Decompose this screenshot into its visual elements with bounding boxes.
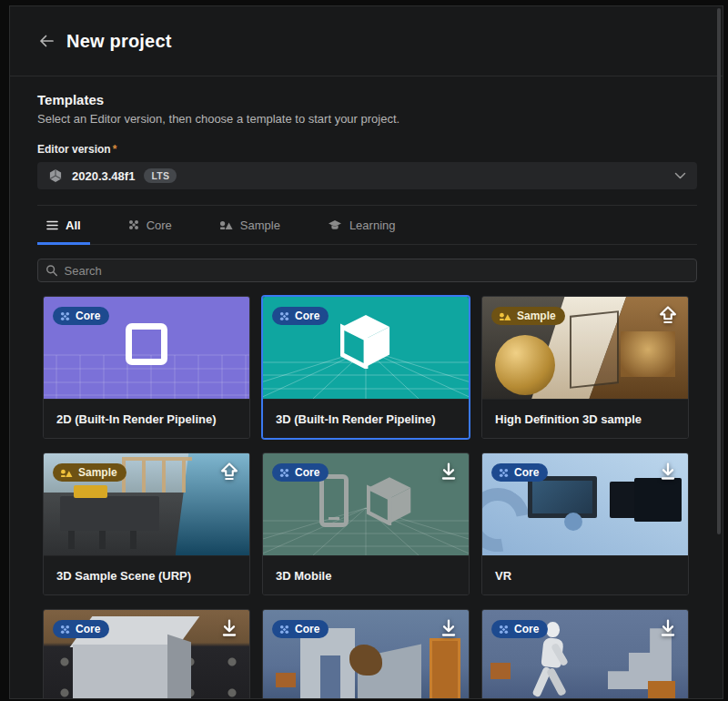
hdrp-gold-sphere [495,335,555,395]
template-thumbnail: Core [44,297,249,399]
template-card-row3-3[interactable]: Core [481,609,689,699]
robot-character [546,622,560,637]
page-title: New project [66,31,172,52]
editor-version-label: Editor version* [37,143,695,156]
badge-label: Core [295,623,319,635]
learning-icon [328,218,342,231]
template-thumbnail: Core [263,610,469,699]
tab-core[interactable]: Core [119,206,181,244]
orange-crate [648,681,675,699]
core-icon [128,219,139,230]
vr-monitor [528,476,597,518]
blockout-doorway [320,655,340,699]
core-badge-icon [499,468,509,478]
core-badge-icon [279,625,289,635]
tab-all-label: All [66,218,81,232]
core-badge: Core [272,620,329,638]
template-card-row3-2[interactable]: Core [262,609,470,699]
core-badge-icon [499,625,509,635]
template-tabs: All Core Sample Learning [37,205,697,245]
ar-cube [167,635,191,699]
orange-crate [490,663,511,679]
list-icon [46,220,58,230]
arrow-left-icon [37,33,56,49]
core-badge-icon [60,625,70,635]
badge-label: Sample [78,466,117,479]
scrollbar[interactable] [717,8,721,534]
template-title: VR [482,555,688,594]
new-project-window: New project Templates Select an Editor v… [9,5,723,699]
core-badge: Core [491,620,548,638]
download-icon[interactable] [658,618,678,638]
upload-icon[interactable] [219,462,239,482]
template-thumbnail: Sample [482,297,688,399]
badge-label: Core [514,466,539,479]
3d-cube-icon [340,314,391,369]
badge-label: Core [76,623,100,635]
ar-cube [73,645,167,699]
orange-crate [276,673,296,687]
phone-icon [319,474,349,527]
templates-subtitle: Select an Editor version, then choose a … [37,112,695,126]
tab-learning-label: Learning [349,218,396,232]
template-card-urp-sample[interactable]: Sample 3D Sample Scene (URP) [43,452,250,595]
core-badge: Core [53,307,109,325]
badge-label: Sample [517,310,556,322]
template-card-2d[interactable]: Core 2D (Built-In Render Pipeline) [43,296,250,439]
download-icon[interactable] [439,618,459,638]
sample-badge: Sample [53,463,126,482]
template-card-3d[interactable]: Core 3D (Built-In Render Pipeline) [262,296,470,439]
template-card-hd-sample[interactable]: Sample High Definition 3D sample [481,296,689,439]
badge-label: Core [295,466,319,479]
search-icon [46,264,58,277]
vr-panel [634,478,682,522]
sample-icon [219,219,233,230]
template-thumbnail: Sample [44,453,249,555]
content: Templates Select an Editor version, then… [10,92,723,699]
robot-character [546,666,567,696]
urp-bench-legs [68,531,150,549]
template-thumbnail: Core [263,453,469,555]
required-asterisk: * [113,143,117,156]
editor-version-value: 2020.3.48f1 [72,169,135,183]
tab-sample[interactable]: Sample [210,206,289,244]
template-thumbnail: Core [482,610,688,699]
badge-label: Core [514,623,539,635]
tab-sample-label: Sample [240,218,280,232]
download-icon[interactable] [439,462,459,482]
search-input[interactable] [65,264,689,278]
download-icon[interactable] [219,618,239,638]
sample-badge: Sample [491,307,565,325]
core-badge-icon [279,468,289,478]
upload-icon[interactable] [658,305,678,325]
tab-learning[interactable]: Learning [318,206,405,244]
template-grid: Core 2D (Built-In Render Pipeline) [43,296,695,699]
template-thumbnail: Core [482,453,688,555]
template-thumbnail: Core [263,297,469,399]
core-badge: Core [272,307,329,325]
template-thumbnail: Core [44,610,249,699]
back-button[interactable] [35,30,57,52]
template-title: 3D Sample Scene (URP) [44,555,249,594]
template-card-row3-1[interactable]: Core [43,609,250,699]
hdrp-room-glow [621,331,675,377]
template-title: 3D (Built-In Render Pipeline) [263,399,469,438]
download-icon[interactable] [658,462,678,482]
chevron-down-icon [674,172,686,179]
template-card-3d-mobile[interactable]: Core 3D Mobile [262,452,470,595]
editor-version-select[interactable]: 2020.3.48f1 LTS [37,162,697,189]
sample-badge-icon [499,311,511,321]
sample-badge-icon [60,468,73,478]
core-badge: Core [272,463,329,482]
header: New project [10,6,723,76]
tab-core-label: Core [147,218,172,232]
search-bar [37,259,697,282]
core-badge: Core [491,463,548,482]
orange-door [430,638,460,699]
hdrp-glass-cube [570,310,619,389]
vr-sphere [564,513,582,531]
template-card-vr[interactable]: Core VR [481,452,689,595]
badge-label: Core [76,310,100,322]
core-badge: Core [53,620,109,638]
tab-all[interactable]: All [37,206,90,244]
